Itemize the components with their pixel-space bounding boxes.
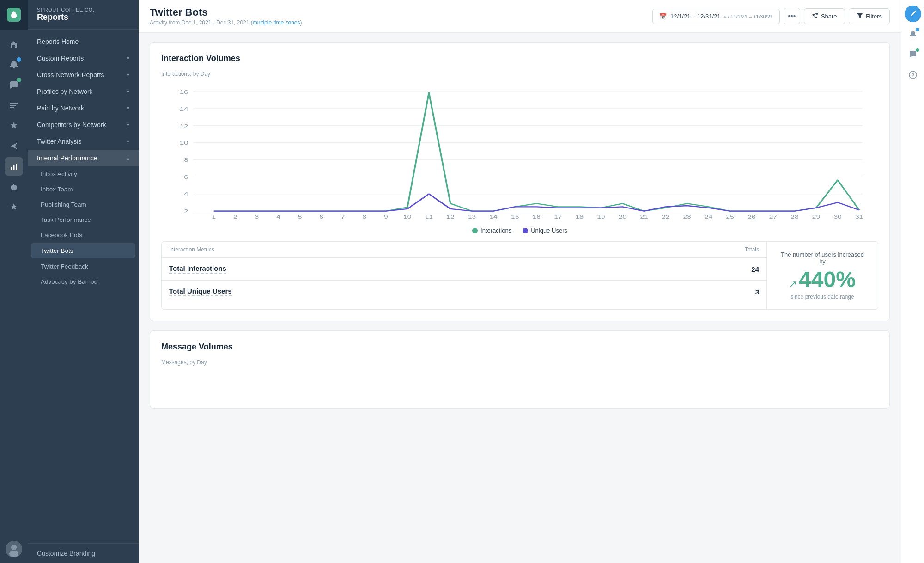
logo-area: [0, 0, 28, 30]
svg-text:2: 2: [233, 214, 237, 220]
sidebar-item-paid-by-network[interactable]: Paid by Network ▾: [28, 100, 139, 116]
sidebar-sub-facebook-bots[interactable]: Facebook Bots: [28, 227, 139, 243]
svg-text:27: 27: [769, 214, 777, 220]
svg-rect-1: [10, 105, 16, 106]
compose-button[interactable]: [905, 6, 921, 22]
header-right: 📅 12/1/21 – 12/31/21 vs 11/1/21 – 11/30/…: [652, 8, 890, 24]
sidebar-sub-inbox-activity[interactable]: Inbox Activity: [28, 166, 139, 182]
svg-rect-4: [13, 165, 15, 170]
more-options-button[interactable]: •••: [784, 8, 800, 24]
metrics-table: Interaction Metrics Totals Total Interac…: [162, 242, 767, 309]
sidebar-sub-twitter-bots[interactable]: Twitter Bots: [31, 243, 135, 258]
svg-text:18: 18: [576, 214, 584, 220]
svg-rect-6: [11, 185, 17, 190]
sidebar-sub-twitter-feedback[interactable]: Twitter Feedback: [28, 259, 139, 274]
chart-label-interactions: Interactions, by Day: [161, 71, 878, 77]
sidebar-item-profiles-by-network[interactable]: Profiles by Network ▾: [28, 83, 139, 100]
page-title: Twitter Bots: [150, 6, 302, 18]
customize-branding-link[interactable]: Customize Branding: [37, 550, 95, 557]
svg-text:24: 24: [705, 214, 712, 220]
robot-icon[interactable]: [5, 177, 23, 196]
top-header: Twitter Bots Activity from Dec 1, 2021 -…: [139, 0, 901, 33]
svg-text:11: 11: [425, 214, 433, 220]
right-panel: ?: [901, 0, 924, 563]
inbox-icon[interactable]: [5, 96, 23, 115]
sidebar-header: Sprout Coffee Co. Reports: [28, 0, 139, 30]
interactions-dot: [472, 228, 478, 233]
sidebar-sub-advocacy-by-bambu[interactable]: Advocacy by Bambu: [28, 274, 139, 289]
sidebar-nav: Reports Home Custom Reports ▾ Cross-Netw…: [28, 30, 139, 543]
svg-rect-5: [16, 164, 17, 170]
share-button[interactable]: Share: [804, 8, 845, 24]
pin-icon[interactable]: [5, 116, 23, 135]
page-subtitle: Activity from Dec 1, 2021 - Dec 31, 2021…: [150, 19, 302, 26]
sidebar-sub-task-performance[interactable]: Task Performance: [28, 212, 139, 227]
help-panel-icon[interactable]: ?: [905, 67, 921, 83]
svg-text:9: 9: [384, 214, 388, 220]
sidebar-item-custom-reports[interactable]: Custom Reports ▾: [28, 50, 139, 67]
message-volumes-card: Message Volumes Messages, by Day: [150, 330, 890, 409]
svg-text:12: 12: [179, 123, 188, 129]
svg-point-11: [11, 545, 17, 550]
sidebar-sub-inbox-team[interactable]: Inbox Team: [28, 182, 139, 197]
filter-icon: [857, 12, 863, 20]
svg-text:15: 15: [511, 214, 519, 220]
chevron-down-icon: ▾: [127, 138, 129, 145]
svg-text:12: 12: [446, 214, 454, 220]
message-volumes-title: Message Volumes: [161, 342, 878, 352]
svg-text:13: 13: [468, 214, 476, 220]
svg-text:29: 29: [812, 214, 820, 220]
sidebar-item-competitors-by-network[interactable]: Competitors by Network ▾: [28, 116, 139, 133]
svg-text:17: 17: [554, 214, 562, 220]
svg-point-7: [12, 187, 13, 188]
avatar[interactable]: [6, 541, 22, 557]
sidebar-item-cross-network[interactable]: Cross-Network Reports ▾: [28, 67, 139, 83]
star-icon[interactable]: [5, 198, 23, 216]
svg-text:8: 8: [184, 157, 188, 163]
chevron-down-icon: ▾: [127, 105, 129, 111]
svg-text:14: 14: [179, 106, 188, 112]
svg-point-8: [14, 187, 16, 188]
date-range-button[interactable]: 📅 12/1/21 – 12/31/21 vs 11/1/21 – 11/30/…: [652, 9, 780, 24]
unique-users-dot: [523, 228, 528, 233]
section-title: Reports: [37, 12, 129, 22]
sidebar-item-internal-performance[interactable]: Internal Performance ▴: [28, 150, 139, 166]
svg-text:14: 14: [489, 214, 497, 220]
bell-icon[interactable]: [5, 55, 23, 74]
filters-button[interactable]: Filters: [849, 8, 890, 24]
chevron-down-icon: ▾: [127, 72, 129, 78]
share-icon: [812, 12, 818, 20]
chart-label-messages: Messages, by Day: [161, 359, 878, 366]
sidebar: Sprout Coffee Co. Reports Reports Home C…: [28, 0, 139, 563]
svg-point-12: [9, 551, 18, 557]
metrics-callout: The number of users increased by ↗ 440% …: [767, 242, 878, 309]
chat-panel-icon[interactable]: [905, 46, 921, 63]
company-name: Sprout Coffee Co.: [37, 7, 129, 12]
svg-text:8: 8: [362, 214, 366, 220]
sidebar-footer: Customize Branding: [28, 543, 139, 563]
metrics-row: Interaction Metrics Totals Total Interac…: [161, 241, 878, 310]
arrow-up-icon: ↗: [789, 278, 797, 289]
reports-icon[interactable]: [5, 157, 23, 176]
svg-text:7: 7: [341, 214, 345, 220]
interaction-chart-svg: 16 14 12 10 8 6 4 2 1 2 3 4 5 6 7 8: [161, 81, 878, 220]
svg-rect-0: [10, 103, 18, 104]
rail-bottom: [6, 541, 22, 563]
send-icon[interactable]: [5, 137, 23, 155]
svg-text:19: 19: [597, 214, 605, 220]
chevron-down-icon: ▾: [127, 122, 129, 128]
legend-interactions: Interactions: [472, 227, 511, 234]
messages-icon[interactable]: [5, 76, 23, 94]
chevron-up-icon: ▴: [127, 155, 129, 161]
notifications-panel-icon[interactable]: [905, 26, 921, 43]
chevron-down-icon: ▾: [127, 88, 129, 95]
sidebar-item-twitter-analysis[interactable]: Twitter Analysis ▾: [28, 133, 139, 150]
svg-text:5: 5: [298, 214, 302, 220]
sidebar-item-reports-home[interactable]: Reports Home: [28, 33, 139, 50]
sidebar-sub-publishing-team[interactable]: Publishing Team: [28, 197, 139, 212]
home-icon[interactable]: [5, 35, 23, 54]
svg-text:6: 6: [184, 174, 188, 180]
legend-unique-users: Unique Users: [523, 227, 567, 234]
icon-rail: [0, 0, 28, 563]
svg-text:22: 22: [662, 214, 669, 220]
